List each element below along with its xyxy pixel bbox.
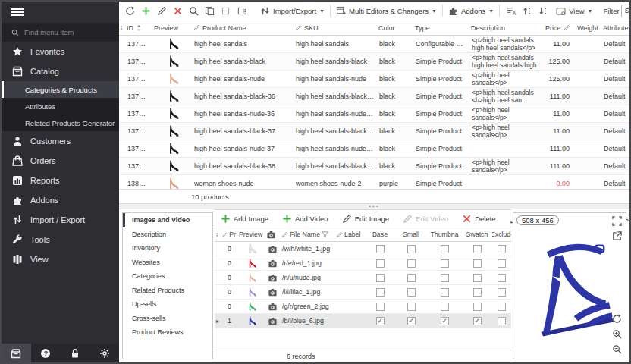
exclude-checkbox[interactable] — [498, 317, 506, 325]
image-column-header-pr[interactable]: Pr — [221, 231, 237, 238]
paste-special-button[interactable] — [234, 5, 250, 17]
table-row[interactable]: 13732high heel sandals-blackhigh heel sa… — [119, 53, 629, 71]
sidebar-item-view[interactable]: View — [2, 249, 119, 269]
thumbnail-checkbox[interactable] — [441, 245, 449, 253]
image-row[interactable]: 0/w/h/white_1.jpg — [215, 242, 511, 256]
edit-button[interactable] — [154, 5, 170, 17]
image-row[interactable]: ▸1/b/l/blue_6.jpg✓✓✓✓ — [215, 314, 511, 328]
delete-button[interactable]: Delete — [459, 212, 498, 225]
exclude-checkbox[interactable] — [498, 288, 506, 297]
tab-categories[interactable]: Categories — [123, 269, 212, 284]
sidebar-subitem-attributes[interactable]: Attributes — [2, 98, 119, 115]
small-checkbox[interactable] — [407, 303, 416, 311]
tab-websites[interactable]: Websites — [123, 256, 212, 270]
exclude-checkbox[interactable] — [498, 303, 506, 311]
image-row[interactable]: 0/r/e/red_1.jpg — [215, 256, 511, 271]
swatch-checkbox[interactable] — [473, 259, 482, 268]
tab-cross-sells[interactable]: Cross-sells — [123, 312, 212, 326]
column-header-type[interactable]: Type — [413, 24, 469, 32]
table-row[interactable]: 13740high heel sandals-black-38high heel… — [119, 158, 629, 175]
sidebar-item-addons[interactable]: Addons — [2, 190, 119, 210]
expand-rows-button[interactable] — [520, 5, 535, 17]
sidebar-item-orders[interactable]: Orders — [2, 151, 119, 171]
swatch-checkbox[interactable] — [473, 288, 482, 297]
exclude-checkbox[interactable] — [498, 274, 506, 282]
delete-button[interactable] — [170, 5, 186, 17]
image-column-header-thumbna[interactable]: Thumbna — [427, 231, 462, 238]
image-column-header-label[interactable]: Label — [334, 231, 365, 238]
base-checkbox[interactable] — [376, 259, 385, 268]
table-row[interactable]: 13733high heel sandals-nudehigh heel san… — [119, 71, 629, 88]
image-column-header-exclude[interactable]: Exclude — [492, 231, 511, 238]
image-row[interactable]: 0/l/i/lilac_1.jpg — [215, 285, 511, 300]
zoom-out-icon[interactable] — [612, 344, 623, 356]
edit-image-button[interactable]: Edit Image — [339, 212, 392, 225]
table-row[interactable]: 13731high heel sandalshigh heel sandalsb… — [119, 36, 629, 53]
add-video-button[interactable]: Add Video — [279, 212, 331, 225]
column-header-price[interactable]: Price — [544, 24, 576, 32]
image-column-header-file-name[interactable]: File Name — [280, 231, 334, 238]
swatch-checkbox[interactable] — [473, 303, 482, 311]
sidebar-item-import-export[interactable]: Import / Export — [2, 210, 119, 230]
tab-related-products[interactable]: Related Products — [123, 284, 212, 298]
image-column-header-small[interactable]: Small — [395, 231, 427, 238]
import-export-menu-button[interactable]: Import/Export▼ — [257, 5, 328, 17]
image-column-header-base[interactable]: Base — [365, 231, 395, 238]
thumbnail-checkbox[interactable] — [441, 259, 449, 268]
zoom-in-icon[interactable] — [612, 329, 623, 340]
thumbnail-checkbox[interactable]: ✓ — [441, 317, 449, 325]
table-row[interactable]: 13739high heel sandals-nude-37high heel … — [119, 140, 629, 158]
column-header-sku[interactable]: SKU — [294, 24, 377, 32]
lock-icon[interactable] — [61, 344, 90, 362]
swatch-checkbox[interactable] — [473, 274, 482, 282]
small-checkbox[interactable] — [407, 274, 416, 282]
hamburger-menu-button[interactable] — [2, 2, 119, 23]
help-icon[interactable]: ? — [31, 344, 61, 362]
fullscreen-icon[interactable] — [612, 216, 623, 228]
column-header-attribute-set-name[interactable]: Attribute Set Name — [601, 24, 629, 32]
column-header-color[interactable]: Color — [377, 24, 413, 32]
tab-product-reviews[interactable]: Product Reviews — [123, 325, 212, 340]
sidebar-item-reports[interactable]: Reports — [2, 171, 119, 190]
thumbnail-checkbox[interactable] — [441, 303, 449, 311]
table-row[interactable]: 13817women shoes-nudewomen shoes-nude-2p… — [119, 175, 629, 189]
table-row[interactable]: 13737high heel sandals-nude-36high heel … — [119, 105, 629, 123]
copy-button[interactable] — [202, 5, 218, 17]
tab-inventory[interactable]: Inventory — [123, 241, 212, 256]
base-checkbox[interactable] — [376, 288, 385, 297]
image-column-header-swatch[interactable]: Swatch — [462, 231, 492, 238]
small-checkbox[interactable] — [407, 288, 416, 297]
swatch-checkbox[interactable] — [473, 245, 482, 253]
thumbnail-checkbox[interactable] — [441, 288, 449, 297]
add-image-button[interactable]: Add Image — [218, 212, 272, 225]
tab-images-and-video[interactable]: Images and Video — [123, 213, 212, 228]
sidebar-item-customers[interactable]: Customers — [2, 131, 119, 151]
tab-up-sells[interactable]: Up-sells — [123, 297, 212, 312]
gear-icon[interactable] — [89, 344, 119, 362]
tab-description[interactable]: Description — [123, 228, 212, 242]
column-header-weight[interactable]: Weight — [576, 24, 601, 32]
collapse-rows-button[interactable] — [535, 5, 551, 17]
small-checkbox[interactable] — [407, 245, 416, 253]
sidebar-item-catalog[interactable]: Catalog — [2, 61, 119, 81]
addons-menu-button[interactable]: Addons▼ — [445, 5, 497, 17]
exclude-checkbox[interactable] — [498, 245, 506, 253]
image-row[interactable]: 0/g/r/green_2.jpg — [215, 300, 511, 314]
column-header-product-name[interactable]: Product Name — [192, 24, 294, 32]
swatch-checkbox[interactable]: ✓ — [473, 317, 482, 325]
sidebar-item-favorites[interactable]: Favorites — [2, 42, 119, 61]
thumbnail-checkbox[interactable] — [441, 274, 449, 282]
small-checkbox[interactable]: ✓ — [407, 317, 416, 325]
base-checkbox[interactable] — [376, 245, 385, 253]
table-row[interactable]: 13738high heel sandals-black-37high heel… — [119, 123, 629, 140]
column-header-description[interactable]: Description — [469, 24, 544, 32]
table-row[interactable]: 13736high heel sandals-black-36high heel… — [119, 88, 629, 105]
open-external-icon[interactable] — [612, 231, 623, 243]
exclude-checkbox[interactable] — [498, 259, 506, 268]
base-checkbox[interactable] — [376, 303, 385, 311]
sidebar-subitem-categories-products[interactable]: Categories & Products — [2, 81, 119, 98]
store-icon[interactable] — [2, 344, 31, 362]
sidebar-subitem-related-products-generator[interactable]: Related Products Generator — [2, 115, 119, 131]
small-checkbox[interactable] — [407, 259, 416, 268]
multi-editors-changers-menu-button[interactable]: Multi Editors & Changers▼ — [333, 5, 440, 17]
